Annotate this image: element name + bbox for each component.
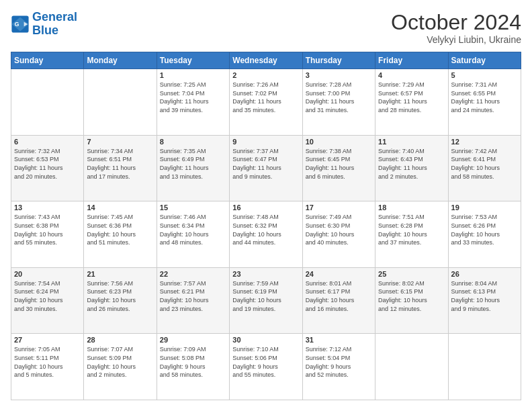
- calendar-cell: [11, 69, 84, 136]
- calendar-body: 1Sunrise: 7:25 AM Sunset: 7:04 PM Daylig…: [11, 69, 521, 400]
- day-number: 13: [14, 203, 81, 212]
- calendar-header: SundayMondayTuesdayWednesdayThursdayFrid…: [11, 52, 521, 69]
- day-number: 31: [306, 336, 372, 344]
- calendar-cell: 15Sunrise: 7:46 AM Sunset: 6:34 PM Dayli…: [157, 201, 229, 268]
- day-number: 30: [232, 336, 299, 344]
- col-header-thursday: Thursday: [302, 52, 375, 69]
- calendar-cell: 13Sunrise: 7:43 AM Sunset: 6:38 PM Dayli…: [11, 201, 84, 268]
- day-info: Sunrise: 7:09 AM Sunset: 5:08 PM Dayligh…: [160, 345, 226, 379]
- header: G General Blue October 2024 Velykyi Liub…: [11, 11, 521, 45]
- day-info: Sunrise: 7:34 AM Sunset: 6:51 PM Dayligh…: [87, 147, 153, 181]
- day-number: 22: [160, 270, 226, 278]
- calendar-row-0: 1Sunrise: 7:25 AM Sunset: 7:04 PM Daylig…: [11, 69, 521, 136]
- calendar-cell: 2Sunrise: 7:26 AM Sunset: 7:02 PM Daylig…: [230, 69, 302, 136]
- day-info: Sunrise: 7:53 AM Sunset: 6:26 PM Dayligh…: [451, 213, 518, 246]
- day-info: Sunrise: 7:07 AM Sunset: 5:09 PM Dayligh…: [87, 345, 153, 379]
- calendar-cell: 6Sunrise: 7:32 AM Sunset: 6:53 PM Daylig…: [11, 135, 84, 201]
- calendar-row-1: 6Sunrise: 7:32 AM Sunset: 6:53 PM Daylig…: [11, 135, 521, 201]
- day-number: 16: [232, 203, 299, 212]
- day-info: Sunrise: 7:05 AM Sunset: 5:11 PM Dayligh…: [14, 345, 81, 379]
- day-info: Sunrise: 7:42 AM Sunset: 6:41 PM Dayligh…: [451, 147, 518, 181]
- day-number: 12: [451, 138, 518, 146]
- calendar-cell: 7Sunrise: 7:34 AM Sunset: 6:51 PM Daylig…: [84, 135, 157, 201]
- header-row: SundayMondayTuesdayWednesdayThursdayFrid…: [11, 52, 521, 69]
- calendar-cell: 16Sunrise: 7:48 AM Sunset: 6:32 PM Dayli…: [230, 201, 302, 268]
- calendar-cell: 14Sunrise: 7:45 AM Sunset: 6:36 PM Dayli…: [84, 201, 157, 268]
- calendar-row-2: 13Sunrise: 7:43 AM Sunset: 6:38 PM Dayli…: [11, 201, 521, 268]
- calendar-cell: 22Sunrise: 7:57 AM Sunset: 6:21 PM Dayli…: [157, 267, 229, 334]
- day-number: 6: [14, 138, 81, 146]
- day-number: 26: [451, 270, 518, 278]
- day-number: 9: [232, 138, 299, 146]
- calendar-cell: 28Sunrise: 7:07 AM Sunset: 5:09 PM Dayli…: [84, 334, 157, 400]
- day-number: 11: [378, 138, 445, 146]
- calendar-cell: [448, 334, 521, 400]
- day-info: Sunrise: 7:29 AM Sunset: 6:57 PM Dayligh…: [378, 81, 445, 114]
- calendar-cell: [375, 334, 448, 400]
- calendar-cell: 3Sunrise: 7:28 AM Sunset: 7:00 PM Daylig…: [302, 69, 375, 136]
- day-info: Sunrise: 7:57 AM Sunset: 6:21 PM Dayligh…: [160, 279, 226, 313]
- calendar-cell: 29Sunrise: 7:09 AM Sunset: 5:08 PM Dayli…: [157, 334, 229, 400]
- logo: G General Blue: [11, 11, 77, 38]
- calendar-cell: 18Sunrise: 7:51 AM Sunset: 6:28 PM Dayli…: [375, 201, 448, 268]
- day-number: 28: [87, 336, 153, 344]
- day-info: Sunrise: 7:46 AM Sunset: 6:34 PM Dayligh…: [160, 213, 226, 246]
- day-number: 1: [160, 71, 226, 79]
- calendar-cell: 24Sunrise: 8:01 AM Sunset: 6:17 PM Dayli…: [302, 267, 375, 334]
- col-header-sunday: Sunday: [11, 52, 84, 69]
- calendar-cell: 27Sunrise: 7:05 AM Sunset: 5:11 PM Dayli…: [11, 334, 84, 400]
- calendar-cell: 12Sunrise: 7:42 AM Sunset: 6:41 PM Dayli…: [448, 135, 521, 201]
- calendar-row-3: 20Sunrise: 7:54 AM Sunset: 6:24 PM Dayli…: [11, 267, 521, 334]
- calendar-cell: 19Sunrise: 7:53 AM Sunset: 6:26 PM Dayli…: [448, 201, 521, 268]
- day-number: 18: [378, 203, 445, 212]
- calendar-cell: 17Sunrise: 7:49 AM Sunset: 6:30 PM Dayli…: [302, 201, 375, 268]
- day-info: Sunrise: 7:59 AM Sunset: 6:19 PM Dayligh…: [232, 279, 299, 313]
- calendar-cell: 1Sunrise: 7:25 AM Sunset: 7:04 PM Daylig…: [157, 69, 229, 136]
- day-number: 4: [378, 71, 445, 79]
- day-info: Sunrise: 7:26 AM Sunset: 7:02 PM Dayligh…: [232, 81, 299, 114]
- calendar-cell: 23Sunrise: 7:59 AM Sunset: 6:19 PM Dayli…: [230, 267, 302, 334]
- logo-icon: G: [11, 15, 30, 34]
- calendar-cell: 30Sunrise: 7:10 AM Sunset: 5:06 PM Dayli…: [230, 334, 302, 400]
- day-info: Sunrise: 7:45 AM Sunset: 6:36 PM Dayligh…: [87, 213, 153, 246]
- day-number: 19: [451, 203, 518, 212]
- calendar-cell: 25Sunrise: 8:02 AM Sunset: 6:15 PM Dayli…: [375, 267, 448, 334]
- day-info: Sunrise: 7:12 AM Sunset: 5:04 PM Dayligh…: [306, 345, 372, 379]
- day-number: 29: [160, 336, 226, 344]
- day-number: 24: [306, 270, 372, 278]
- calendar-cell: 10Sunrise: 7:38 AM Sunset: 6:45 PM Dayli…: [302, 135, 375, 201]
- day-number: 21: [87, 270, 153, 278]
- col-header-friday: Friday: [375, 52, 448, 69]
- day-number: 20: [14, 270, 81, 278]
- day-info: Sunrise: 7:32 AM Sunset: 6:53 PM Dayligh…: [14, 147, 81, 181]
- day-number: 23: [232, 270, 299, 278]
- col-header-tuesday: Tuesday: [157, 52, 229, 69]
- day-number: 5: [451, 71, 518, 79]
- calendar-cell: 21Sunrise: 7:56 AM Sunset: 6:23 PM Dayli…: [84, 267, 157, 334]
- day-number: 15: [160, 203, 226, 212]
- day-info: Sunrise: 7:28 AM Sunset: 7:00 PM Dayligh…: [306, 81, 372, 114]
- day-info: Sunrise: 7:54 AM Sunset: 6:24 PM Dayligh…: [14, 279, 81, 313]
- svg-text:G: G: [15, 21, 19, 28]
- day-info: Sunrise: 7:35 AM Sunset: 6:49 PM Dayligh…: [160, 147, 226, 181]
- day-number: 2: [232, 71, 299, 79]
- logo-line2: Blue: [32, 24, 58, 37]
- calendar-cell: 9Sunrise: 7:37 AM Sunset: 6:47 PM Daylig…: [230, 135, 302, 201]
- day-number: 27: [14, 336, 81, 344]
- col-header-saturday: Saturday: [448, 52, 521, 69]
- day-number: 10: [306, 138, 372, 146]
- day-info: Sunrise: 7:25 AM Sunset: 7:04 PM Dayligh…: [160, 81, 226, 114]
- day-info: Sunrise: 7:56 AM Sunset: 6:23 PM Dayligh…: [87, 279, 153, 313]
- calendar-cell: 8Sunrise: 7:35 AM Sunset: 6:49 PM Daylig…: [157, 135, 229, 201]
- page-subtitle: Velykyi Liubin, Ukraine: [391, 34, 521, 45]
- col-header-wednesday: Wednesday: [230, 52, 302, 69]
- title-block: October 2024 Velykyi Liubin, Ukraine: [391, 11, 521, 45]
- page-title: October 2024: [391, 11, 521, 34]
- day-number: 14: [87, 203, 153, 212]
- calendar-cell: 5Sunrise: 7:31 AM Sunset: 6:55 PM Daylig…: [448, 69, 521, 136]
- calendar-table: SundayMondayTuesdayWednesdayThursdayFrid…: [11, 52, 521, 400]
- day-number: 25: [378, 270, 445, 278]
- calendar-row-4: 27Sunrise: 7:05 AM Sunset: 5:11 PM Dayli…: [11, 334, 521, 400]
- logo-line1: General: [32, 10, 77, 24]
- calendar-cell: [84, 69, 157, 136]
